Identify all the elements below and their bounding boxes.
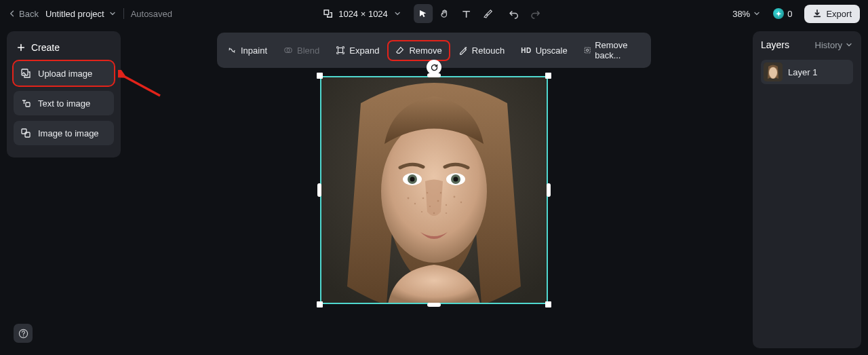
inpaint-icon xyxy=(227,45,237,55)
resize-edge-bottom[interactable] xyxy=(427,303,441,307)
svg-rect-10 xyxy=(338,48,343,53)
credit-gem-icon: ✦ xyxy=(773,8,784,19)
chevron-down-icon xyxy=(845,41,853,49)
autosave-status: Autosaved xyxy=(131,9,172,19)
retouch-icon xyxy=(458,45,468,55)
svg-rect-4 xyxy=(25,132,30,137)
expand-icon xyxy=(336,45,345,55)
svg-point-6 xyxy=(229,48,231,50)
svg-line-5 xyxy=(125,77,160,96)
history-label: History xyxy=(815,40,842,50)
expand-label: Expand xyxy=(349,45,379,56)
remove-bg-icon xyxy=(584,45,591,55)
header-left: Back Untitled project Autosaved xyxy=(8,8,172,19)
layers-title: Layers xyxy=(761,39,789,50)
resize-edge-top[interactable] xyxy=(427,73,441,77)
svg-rect-0 xyxy=(324,10,329,14)
svg-rect-3 xyxy=(22,129,26,134)
remove-background-button[interactable]: Remove back... xyxy=(576,35,648,65)
remove-button[interactable]: Remove xyxy=(388,41,449,60)
hand-icon xyxy=(439,9,450,19)
plus-icon xyxy=(16,43,26,52)
back-label: Back xyxy=(19,9,39,19)
svg-rect-1 xyxy=(22,69,28,75)
image-to-image-label: Image to image xyxy=(38,128,99,138)
image-to-image-button[interactable]: Image to image xyxy=(14,121,114,145)
redo-icon xyxy=(530,9,540,19)
svg-rect-2 xyxy=(26,102,30,107)
svg-point-38 xyxy=(22,335,24,337)
select-tool[interactable] xyxy=(414,4,433,23)
resize-handle-tl[interactable] xyxy=(317,73,323,79)
text-to-image-button[interactable]: Text to image xyxy=(14,91,114,115)
export-label: Export xyxy=(826,9,852,19)
blend-button[interactable]: Blend xyxy=(276,41,327,60)
project-name-label: Untitled project xyxy=(45,9,104,19)
resize-edge-left[interactable] xyxy=(317,183,321,197)
export-button[interactable]: Export xyxy=(804,5,860,23)
upscale-label: Upscale xyxy=(536,45,568,56)
svg-point-36 xyxy=(769,67,777,78)
refresh-icon xyxy=(430,63,439,72)
blend-icon xyxy=(283,45,293,55)
download-icon xyxy=(812,9,822,18)
resize-handle-bl[interactable] xyxy=(317,301,323,307)
chevron-down-icon xyxy=(108,10,117,18)
text-icon xyxy=(461,9,471,19)
regenerate-button[interactable] xyxy=(427,60,441,75)
divider xyxy=(123,8,124,19)
create-panel-title: Create xyxy=(31,42,60,53)
selection-border xyxy=(320,76,548,304)
brush-tool[interactable] xyxy=(479,4,498,23)
zoom-dropdown[interactable]: 38% xyxy=(732,9,761,19)
inpaint-button[interactable]: Inpaint xyxy=(220,41,275,60)
brush-icon xyxy=(483,9,493,19)
chevron-down-icon xyxy=(753,10,761,18)
resize-edge-right[interactable] xyxy=(547,183,551,197)
resize-handle-tr[interactable] xyxy=(545,73,551,79)
header-right: 38% ✦ 0 Export xyxy=(732,5,860,23)
svg-point-7 xyxy=(234,52,235,53)
hd-icon: HD xyxy=(521,47,531,54)
layers-panel-header: Layers History xyxy=(761,39,853,50)
credits-badge[interactable]: ✦ 0 xyxy=(768,5,797,22)
canvas-tool-group xyxy=(414,4,545,23)
project-name-dropdown[interactable]: Untitled project xyxy=(45,9,117,19)
create-panel: Create Upload image Text to image Image … xyxy=(7,31,121,157)
retouch-button[interactable]: Retouch xyxy=(451,41,512,60)
history-dropdown[interactable]: History xyxy=(815,40,853,50)
hand-tool[interactable] xyxy=(435,4,454,23)
remove-label: Remove xyxy=(409,45,441,56)
dimensions-dropdown[interactable]: 1024 × 1024 xyxy=(323,9,401,19)
upscale-button[interactable]: HD Upscale xyxy=(513,41,574,60)
layer-thumbnail xyxy=(764,62,783,81)
layer-item[interactable]: Layer 1 xyxy=(761,60,853,84)
redo-button[interactable] xyxy=(526,4,545,23)
help-button[interactable] xyxy=(14,324,33,343)
credits-value: 0 xyxy=(787,9,792,19)
layer-name: Layer 1 xyxy=(788,67,817,77)
header-center: 1024 × 1024 xyxy=(323,4,545,23)
upload-image-button[interactable]: Upload image xyxy=(14,61,114,86)
dimensions-label: 1024 × 1024 xyxy=(338,9,388,19)
retouch-label: Retouch xyxy=(472,45,505,56)
zoom-label: 38% xyxy=(732,9,750,19)
remove-bg-label: Remove back... xyxy=(595,40,641,60)
back-button[interactable]: Back xyxy=(8,9,39,19)
text-tool[interactable] xyxy=(457,4,476,23)
cursor-icon xyxy=(418,9,428,19)
expand-button[interactable]: Expand xyxy=(328,41,387,60)
svg-rect-11 xyxy=(585,48,590,53)
undo-button[interactable] xyxy=(505,4,524,23)
blend-label: Blend xyxy=(297,45,319,56)
text-to-image-icon xyxy=(20,98,31,109)
canvas-selection[interactable] xyxy=(320,76,548,304)
eraser-icon xyxy=(395,45,405,55)
svg-point-12 xyxy=(586,49,588,51)
upload-image-icon xyxy=(20,68,31,79)
chevron-left-icon xyxy=(8,10,16,18)
resize-handle-br[interactable] xyxy=(545,301,551,307)
aspect-icon xyxy=(323,9,333,19)
upload-image-label: Upload image xyxy=(38,69,92,79)
app-header: Back Untitled project Autosaved 1024 × 1… xyxy=(0,0,868,27)
